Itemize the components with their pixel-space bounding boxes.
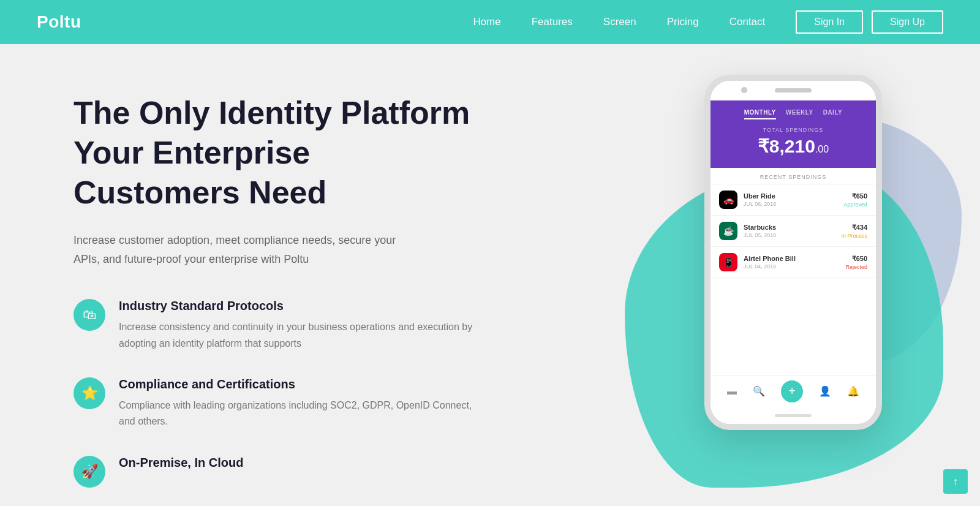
hero-subtitle: Increase customer adoption, meet complia… [74,231,417,268]
nav-pricing[interactable]: Pricing [667,16,699,28]
spending-starbucks-date: JUL 05, 2016 [744,232,835,238]
starbucks-logo: ☕ [719,222,737,240]
spending-uber-info: Uber Ride JUL 06, 2016 [744,192,837,207]
spending-airtel-right: ₹650 Rejected [845,255,867,270]
feature-compliance: ⭐ Compliance and Certifications Complian… [74,377,474,430]
nav-screen[interactable]: Screen [603,16,636,28]
nav-features[interactable]: Features [532,16,573,28]
spending-uber: 🚗 Uber Ride JUL 06, 2016 ₹650 Approved [710,184,876,216]
spending-uber-status: Approved [843,202,867,208]
total-amount: ₹8,210.00 [720,135,866,157]
feature-cloud-icon: 🚀 [74,456,105,488]
signup-button[interactable]: Sign Up [872,10,943,34]
feature-compliance-description: Compliance with leading organizations in… [119,398,474,430]
total-label: TOTAL SPENDINGS [720,127,866,133]
feature-compliance-heading: Compliance and Certifications [119,377,474,391]
nav-home[interactable]: Home [473,16,500,28]
tab-daily[interactable]: DAILY [823,109,843,119]
home-indicator [775,414,812,417]
spending-airtel-date: JUL 04, 2016 [744,263,839,270]
tab-weekly[interactable]: WEEKLY [786,109,813,119]
hero-content: The Only Identity Platform Your Enterpri… [0,44,511,506]
scroll-up-button[interactable]: ↑ [943,469,968,494]
signin-button[interactable]: Sign In [796,10,863,34]
feature-cloud-text: On-Premise, In Cloud [119,456,243,476]
spending-airtel-status: Rejected [845,264,867,270]
feature-protocols-heading: Industry Standard Protocols [119,299,474,313]
airtel-logo: 📱 [719,253,737,271]
feature-compliance-icon: ⭐ [74,377,105,409]
logo[interactable]: Poltu [37,12,81,32]
feature-protocols-text: Industry Standard Protocols Increase con… [119,299,474,352]
phone-camera [741,87,747,93]
navbar: Poltu Home Features Screen Pricing Conta… [0,0,980,44]
bottom-search-icon[interactable]: 🔍 [753,385,765,397]
nav-links: Home Features Screen Pricing Contact [473,16,765,28]
phone-bottom [710,407,876,424]
uber-logo: 🚗 [719,191,737,209]
phone-outer: MONTHLY WEEKLY DAILY TOTAL SPENDINGS ₹8,… [704,75,882,430]
bottom-plus-icon[interactable]: + [781,380,803,402]
app-screen: MONTHLY WEEKLY DAILY TOTAL SPENDINGS ₹8,… [710,100,876,407]
nav-contact[interactable]: Contact [729,16,766,28]
feature-cloud: 🚀 On-Premise, In Cloud [74,456,474,488]
phone-top [710,81,876,100]
spending-airtel: 📱 Airtel Phone Bill JUL 04, 2016 ₹650 Re… [710,247,876,278]
phone-mockup: MONTHLY WEEKLY DAILY TOTAL SPENDINGS ₹8,… [704,75,882,430]
app-body: RECENT SPENDINGS 🚗 Uber Ride JUL 06, 201… [710,168,876,375]
spending-airtel-amount: ₹650 [845,255,867,263]
recent-label: RECENT SPENDINGS [710,168,876,184]
bottom-profile-icon[interactable]: 👤 [819,385,831,397]
auth-buttons: Sign In Sign Up [796,10,943,34]
hero-title: The Only Identity Platform Your Enterpri… [74,93,472,213]
spending-starbucks: ☕ Starbucks JUL 05, 2016 ₹434 In Process [710,216,876,247]
feature-protocols-icon: 🛍 [74,299,105,331]
app-tabs: MONTHLY WEEKLY DAILY [720,109,866,119]
spending-uber-date: JUL 06, 2016 [744,201,837,207]
feature-compliance-text: Compliance and Certifications Compliance… [119,377,474,430]
bottom-wallet-icon[interactable]: ▬ [727,386,737,397]
bottom-bell-icon[interactable]: 🔔 [847,385,859,397]
hero-section: The Only Identity Platform Your Enterpri… [0,44,980,506]
spending-uber-name: Uber Ride [744,192,837,200]
spending-starbucks-name: Starbucks [744,224,835,231]
spending-airtel-name: Airtel Phone Bill [744,255,839,262]
spending-uber-right: ₹650 Approved [843,192,867,208]
spending-starbucks-info: Starbucks JUL 05, 2016 [744,224,835,238]
phone-speaker [775,88,812,93]
spending-starbucks-right: ₹434 In Process [841,224,867,239]
app-header: MONTHLY WEEKLY DAILY TOTAL SPENDINGS ₹8,… [710,100,876,168]
feature-protocols: 🛍 Industry Standard Protocols Increase c… [74,299,474,352]
spending-uber-amount: ₹650 [843,192,867,200]
spending-starbucks-amount: ₹434 [841,224,867,232]
feature-cloud-heading: On-Premise, In Cloud [119,456,243,470]
app-bottom-bar: ▬ 🔍 + 👤 🔔 [710,375,876,407]
tab-monthly[interactable]: MONTHLY [744,109,776,119]
spending-starbucks-status: In Process [841,233,867,239]
feature-protocols-description: Increase consistency and continuity in y… [119,319,474,352]
spending-airtel-info: Airtel Phone Bill JUL 04, 2016 [744,255,839,270]
